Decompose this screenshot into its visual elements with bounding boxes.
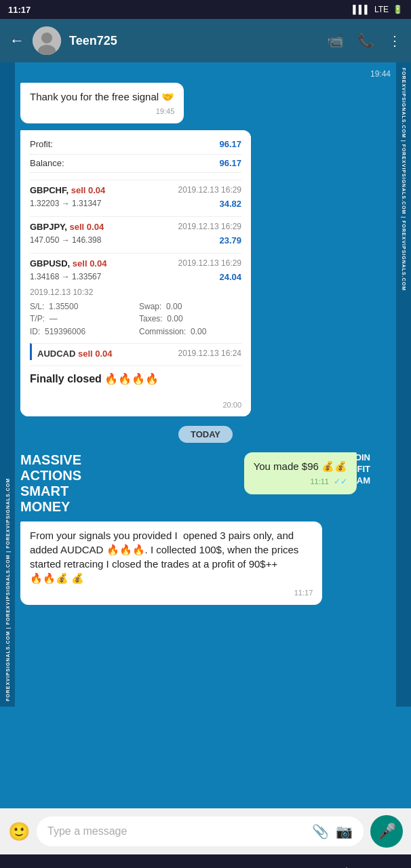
avatar [33,26,61,55]
outgoing-area: You made $96 💰💰 11:11 ✓✓ [88,452,391,494]
gbpjpy-profit: 23.79 [219,235,241,248]
message-1-text: Thank you for the free signal 🤝 [30,91,174,102]
chat-header: ← Teen725 📹 📞 ⋮ [0,19,411,62]
chat-area: 19:44 Thank you for the free signal 🤝 19… [0,62,411,808]
side-labels-area: MASSIVEACTIONSSMARTMONEY You made $96 💰💰… [20,452,391,515]
gbpusd-pair: GBPUSD, [30,258,73,269]
gbpjpy-pair: GBPJPY, [30,222,70,232]
gbpchf-section: GBPCHF, sell 0.04 2019.12.13 16:29 1.322… [30,180,241,211]
profit-row: Profit: 96.17 [30,138,241,154]
outgoing-message-bubble: You made $96 💰💰 11:11 ✓✓ [244,452,357,494]
left-label: MASSIVEACTIONSSMARTMONEY [20,452,81,515]
audcad-pair: AUDCAD [37,349,78,359]
outgoing-message-text: You made $96 💰💰 [254,460,347,472]
gbpusd-profit: 24.04 [219,271,241,284]
finally-closed-section: Finally closed 🔥🔥🔥🔥 [30,366,241,387]
gbpusd-date: 2019.12.13 16:29 [178,258,241,270]
gbpchf-date: 2019.12.13 16:29 [178,184,241,197]
long-message-bubble: From your signals you provided I opened … [20,521,322,605]
gbpjpy-prices: 147.050 → 146.398 [30,235,101,246]
today-badge: TODAY [178,426,233,443]
gbpjpy-date: 2019.12.13 16:29 [178,221,241,233]
attach-icon[interactable]: 📎 [312,823,329,840]
message-1-time: 19:45 [30,106,174,117]
mic-icon: 🎤 [378,823,396,840]
gbpchf-prices: 1.32203 → 1.31347 [30,198,101,210]
svg-point-1 [41,33,52,43]
gbpusd-date2: 2019.12.13 10:32 [30,287,241,298]
gbpusd-action: sell 0.04 [73,258,107,269]
audcad-action: sell 0.04 [78,349,113,359]
message-input-field[interactable]: Type a message 📎 📷 [37,816,364,846]
emoji-icon[interactable]: 🙂 [8,821,30,842]
gbpusd-section: GBPUSD, sell 0.04 2019.12.13 16:29 1.341… [30,253,241,338]
gbpusd-header: GBPUSD, sell 0.04 2019.12.13 16:29 [30,258,241,270]
long-message-time: 11:17 [30,588,313,598]
chat-username: Teen725 [69,34,319,48]
swap-label: Swap: 0.00 [139,301,241,313]
gbpusd-prices: 1.34168 → 1.33567 [30,271,101,283]
tp-label: T/P: — [30,313,132,325]
id-label: ID: 519396006 [30,326,132,338]
today-divider: TODAY [20,426,391,443]
message-2-bubble: Profit: 96.17 Balance: 96.17 GBPCHF, sel… [20,130,251,416]
status-bar: 11:17 ▌▌▌ LTE 🔋 [0,0,411,19]
gbpchf-profit: 34.82 [219,198,241,211]
input-bar: 🙂 Type a message 📎 📷 🎤 [0,808,411,854]
read-receipt: ✓✓ [334,477,347,486]
outgoing-message-time: 11:11 ✓✓ [254,476,347,488]
profit-value: 96.17 [219,138,241,151]
nav-home-button[interactable]: ○ [200,863,209,868]
commission-label: Commission: 0.00 [139,326,241,338]
voice-call-icon[interactable]: 📞 [357,33,374,49]
trade-card: Profit: 96.17 Balance: 96.17 GBPCHF, sel… [20,130,251,395]
video-call-icon[interactable]: 📹 [327,33,344,49]
mic-button[interactable]: 🎤 [370,815,403,848]
more-options-icon[interactable]: ⋮ [388,33,402,49]
battery-icon: 🔋 [393,5,403,14]
profit-label: Profit: [30,138,53,151]
gbpjpy-section: GBPJPY, sell 0.04 2019.12.13 16:29 147.0… [30,216,241,248]
sl-label: S/L: 1.35500 [30,301,132,313]
status-time: 11:17 [8,5,31,15]
gbpchf-pair: GBPCHF, [30,185,71,195]
message-2-wrapper: Profit: 96.17 Balance: 96.17 GBPCHF, sel… [20,130,391,416]
message-placeholder: Type a message [47,825,305,837]
gbpchf-action: sell 0.04 [71,185,106,195]
gbpchf-header: GBPCHF, sell 0.04 2019.12.13 16:29 [30,184,241,197]
prev-message-time: 19:44 [20,69,391,79]
signal-indicator: ▌▌▌ [353,5,370,14]
message-1-wrapper: Thank you for the free signal 🤝 19:45 [20,83,391,123]
audcad-date: 2019.12.13 16:24 [178,348,241,359]
gbpusd-details: S/L: 1.35500 Swap: 0.00 T/P: — Taxes: 0.… [30,301,241,338]
camera-icon[interactable]: 📷 [336,823,353,840]
long-message-wrapper: From your signals you provided I opened … [20,521,364,605]
audcad-section: AUDCAD sell 0.04 2019.12.13 16:24 [30,343,241,360]
balance-value: 96.17 [219,157,241,170]
watermark-right: FOREXVIPSIGNALS.COM | FOREXVIPSIGNALS.CO… [396,62,411,707]
nav-menu-button[interactable]: ◁ [336,863,347,868]
watermark-left: FOREXVIPSIGNALS.COM | FOREXVIPSIGNALS.CO… [0,62,15,707]
message-1-bubble: Thank you for the free signal 🤝 19:45 [20,83,184,123]
long-message-text: From your signals you provided I opened … [30,530,298,584]
message-2-time: 20:00 [20,397,251,416]
back-button[interactable]: ← [9,32,24,50]
taxes-label: Taxes: 0.00 [139,313,241,325]
balance-row: Balance: 96.17 [30,157,241,173]
network-type: LTE [374,5,389,14]
gbpjpy-action: sell 0.04 [70,222,104,232]
nav-bar: □ ○ ◁ [0,854,411,868]
balance-label: Balance: [30,157,64,170]
nav-back-button[interactable]: □ [64,863,73,868]
finally-text: Finally closed 🔥🔥🔥🔥 [30,373,159,384]
gbpjpy-header: GBPJPY, sell 0.04 2019.12.13 16:29 [30,221,241,233]
